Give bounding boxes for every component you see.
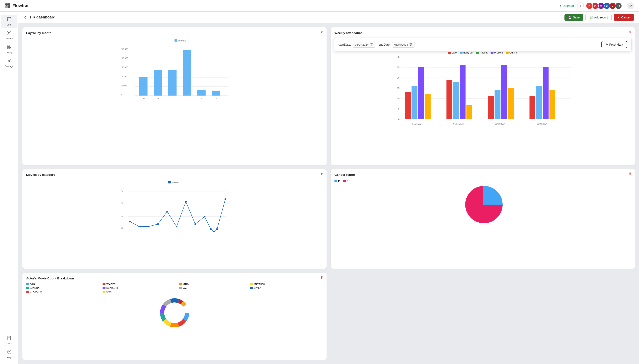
payroll-card: Payroll by month 🗑 Amount 0 50,000 100,0… [23, 27, 327, 165]
upgrade-link[interactable]: ✦ Upgrade [559, 4, 574, 8]
attendance-delete-button[interactable]: 🗑 [629, 30, 632, 34]
dashboard-grid: Payroll by month 🗑 Amount 0 50,000 100,0… [18, 23, 639, 364]
svg-text:10: 10 [142, 97, 144, 100]
start-date-input[interactable]: 03/04/2024 📅 [353, 42, 375, 48]
actor-title: Actor's Movie Count Breakdown [26, 276, 323, 280]
svg-rect-73 [508, 88, 514, 119]
svg-rect-37 [183, 50, 191, 96]
svg-rect-20 [175, 39, 177, 42]
main-area: HR dashboard 💾 Save 📊 Add report ✕ Cance… [18, 12, 639, 364]
svg-text:05/04/2024: 05/04/2024 [495, 123, 505, 125]
legend-label-absent: Absent [480, 51, 488, 54]
svg-point-102 [225, 198, 226, 200]
svg-text:30: 30 [397, 56, 399, 58]
sidebar-item-library[interactable]: Library [1, 43, 18, 56]
svg-rect-2 [6, 6, 8, 8]
svg-point-13 [9, 60, 10, 62]
legend-label-ontime: Ontime [509, 51, 518, 54]
payroll-chart: Amount 0 50,000 100,000 150,000 200,000 … [26, 38, 323, 105]
sidebar-item-docs[interactable]: Docs [1, 334, 18, 347]
sidebar-bottom: Docs Help [0, 334, 18, 364]
legend-dot-val [179, 287, 182, 289]
gender-pie-container [334, 184, 631, 225]
svg-rect-72 [501, 65, 507, 119]
actor-donut-svg [158, 296, 191, 330]
add-report-icon: 📊 [589, 16, 593, 19]
settings-icon [7, 59, 12, 64]
attendance-card: Weekly attendance 🗑 startDate: 03/04/202… [331, 27, 635, 165]
svg-text:10: 10 [397, 97, 399, 100]
legend-label-present: Present [494, 51, 503, 54]
sidebar-item-settings[interactable]: Settings [1, 56, 18, 70]
end-date-label: endDate: [379, 43, 390, 46]
legend-ontime: Ontime [506, 51, 518, 54]
attendance-chart: 0 5 10 15 20 25 30 [334, 55, 631, 134]
svg-rect-63 [425, 94, 431, 119]
svg-point-100 [213, 231, 215, 232]
svg-point-91 [138, 226, 140, 228]
start-date-label: startDate: [338, 43, 351, 46]
back-button[interactable] [23, 15, 27, 20]
legend-dot-gina [26, 283, 29, 285]
legend-dot-late [448, 52, 451, 54]
svg-text:2: 2 [201, 97, 202, 100]
avatar-1[interactable]: H [586, 2, 593, 9]
svg-rect-34 [139, 77, 148, 96]
sidebar-item-chat[interactable]: Chat [1, 15, 18, 28]
fetch-label: Fetch data [609, 43, 623, 46]
svg-point-98 [204, 216, 205, 218]
actor-delete-button[interactable]: 🗑 [320, 276, 324, 280]
attendance-title: Weekly attendance [334, 31, 631, 34]
svg-text:0: 0 [121, 94, 122, 96]
gender-title: Gender report [334, 173, 631, 176]
legend-dot-ontime [506, 52, 509, 54]
movies-delete-button[interactable]: 🗑 [320, 172, 324, 176]
svg-point-95 [176, 226, 177, 228]
fetch-data-button[interactable]: ↻ Fetch data [601, 41, 627, 48]
svg-point-7 [7, 34, 8, 35]
sidebar-item-help[interactable]: Help [1, 348, 18, 361]
sidebar-label-chat: Chat [7, 24, 12, 26]
svg-rect-70 [488, 96, 494, 119]
cancel-label: Cancel [621, 16, 630, 19]
avatar-ha[interactable]: HA [627, 2, 634, 9]
sidebar-label-library: Library [6, 51, 13, 54]
svg-rect-66 [453, 82, 459, 119]
gender-delete-button[interactable]: 🗑 [629, 172, 632, 176]
svg-point-96 [185, 201, 187, 202]
cancel-button[interactable]: ✕ Cancel [614, 14, 634, 21]
legend-dot-mary [179, 283, 182, 285]
svg-point-18 [7, 350, 11, 354]
svg-text:200,000: 200,000 [121, 57, 128, 60]
legend-dot-f [343, 180, 346, 182]
svg-point-101 [216, 228, 218, 230]
payroll-delete-button[interactable]: 🗑 [320, 30, 324, 34]
legend-dot-matthew [250, 283, 253, 285]
save-button[interactable]: 💾 Save [564, 14, 583, 21]
add-report-button[interactable]: 📊 Add report [585, 14, 612, 21]
movies-chart: Movies 60 65 70 75 [26, 179, 323, 238]
legend-label-earlyout: Early out [463, 51, 473, 54]
svg-text:50,000: 50,000 [121, 84, 127, 87]
legend-present: Present [491, 51, 503, 54]
start-date-field: startDate: 03/04/2024 📅 [338, 42, 375, 48]
svg-rect-61 [412, 86, 417, 119]
legend-dot-groucho [26, 290, 29, 293]
svg-text:12: 12 [171, 97, 173, 100]
svg-rect-67 [460, 65, 466, 119]
svg-rect-38 [197, 90, 206, 96]
add-button[interactable]: + [577, 2, 584, 9]
header-actions: 💾 Save 📊 Add report ✕ Cancel [564, 14, 634, 21]
upgrade-label: Upgrade [563, 4, 574, 8]
legend-earlyout: Early out [460, 51, 473, 54]
svg-rect-76 [536, 86, 542, 119]
svg-point-94 [166, 211, 168, 212]
help-icon [7, 350, 12, 355]
legend-val: VAL [179, 287, 247, 289]
svg-text:60: 60 [121, 227, 123, 230]
svg-text:15: 15 [397, 87, 399, 89]
sidebar-item-connect[interactable]: Connect [1, 29, 18, 42]
svg-text:65: 65 [121, 215, 123, 217]
connect-icon [7, 31, 12, 36]
end-date-input[interactable]: 06/04/2024 📅 [392, 42, 415, 48]
